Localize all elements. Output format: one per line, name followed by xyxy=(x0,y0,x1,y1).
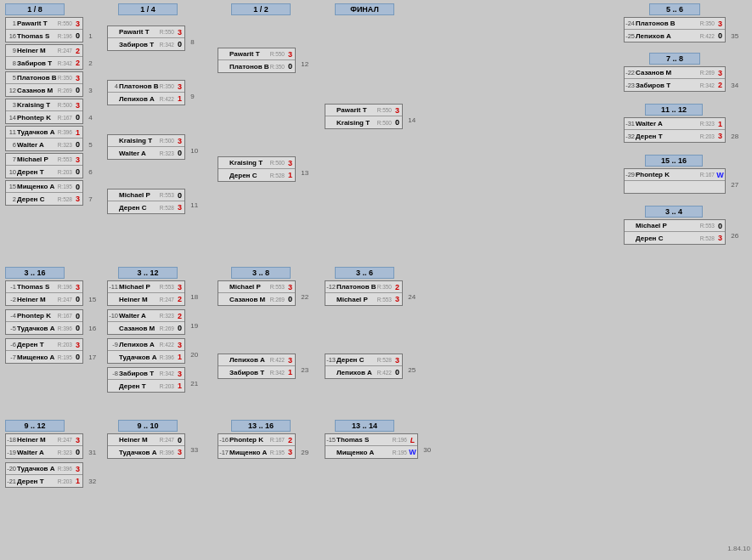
player-row: Лепихов А R:422 0 xyxy=(325,366,402,378)
score: 0 xyxy=(175,436,184,444)
player-name: Тудачков А xyxy=(17,325,57,332)
rating: R:323 xyxy=(160,150,174,156)
rating: R:396 xyxy=(160,354,174,360)
score: 3 xyxy=(286,448,295,456)
player-row: Pawarit T R:550 3 xyxy=(108,26,184,38)
player-name: Michael P xyxy=(119,283,159,291)
match-number: 4 xyxy=(87,113,93,122)
seed: -1 xyxy=(6,283,17,291)
rating: R:203 xyxy=(160,383,174,389)
score: 3 xyxy=(175,341,184,349)
match-33: Heiner M R:247 0 Тудачков А R:396 3 xyxy=(107,433,185,459)
player-row: 15 Мищенко А R:195 0 xyxy=(6,181,82,193)
match-29-wrapper: -16 Phontep K R:167 2 -17 Мищенко А R:19… xyxy=(218,433,310,459)
rating: R:396 xyxy=(58,325,72,331)
player-name: Heiner M xyxy=(119,436,159,444)
sf-header: 1 / 2 xyxy=(231,3,291,15)
rating: R:195 xyxy=(393,450,407,455)
match-3-wrapper: 5 Платонов В R:350 3 12 Сазанов М R:269 … xyxy=(5,71,94,97)
match-number: 2 xyxy=(87,59,93,68)
score: 2 xyxy=(715,81,725,89)
match-14-wrapper: Pawarit T R:550 3 Kraising T R:500 0 14 xyxy=(325,104,417,129)
score: 3 xyxy=(73,465,82,473)
match-8-wrapper: Pawarit T R:550 3 Забиров Т R:342 0 8 xyxy=(107,25,196,51)
score: 0 xyxy=(175,191,184,200)
player-row: Тудачков А R:396 3 xyxy=(108,446,184,458)
score: 0 xyxy=(286,295,295,303)
player-name: Pawarit T xyxy=(336,106,376,114)
rating: R:528 xyxy=(377,357,392,363)
rating: R:500 xyxy=(160,138,174,144)
rating: R:350 xyxy=(160,83,174,89)
score: 3 xyxy=(73,283,82,291)
rating: R:350 xyxy=(377,284,392,290)
rating: R:553 xyxy=(160,192,174,198)
player-name: Мищенко А xyxy=(336,449,392,456)
player-name: Лепихов А xyxy=(636,32,699,40)
player-row: 9 Heiner M R:247 2 xyxy=(6,45,82,57)
rating: R:167 xyxy=(58,313,72,319)
rating: R:195 xyxy=(58,354,72,360)
seed: 11 xyxy=(6,128,17,136)
match-10-wrapper: Kraising T R:500 3 Walter A R:323 0 10 xyxy=(107,134,200,160)
r16-header: 1 / 8 xyxy=(5,3,65,15)
player-row: 2 Дерен С R:528 3 xyxy=(6,193,82,205)
player-row: Michael P R:553 0 xyxy=(108,189,184,201)
rating: R:422 xyxy=(160,342,174,348)
score: 3 xyxy=(73,101,82,110)
match-number: 34 xyxy=(729,81,740,90)
player-name: Тудачков А xyxy=(17,465,57,472)
player-row: Дерен С R:528 3 xyxy=(625,232,725,244)
score: 0 xyxy=(715,222,725,230)
rating: R:269 xyxy=(270,297,285,303)
seed: -22 xyxy=(625,69,636,76)
rating: R:342 xyxy=(160,371,174,376)
match-number: 16 xyxy=(87,324,98,333)
seed: 2 xyxy=(6,195,17,203)
player-name: Kraising T xyxy=(229,159,269,167)
match-12: Pawarit T R:550 3 Платонов В R:350 0 xyxy=(218,48,296,73)
r1314-header: 13 .. 14 xyxy=(335,420,394,432)
r38-header-wrapper: 3 .. 8 xyxy=(231,267,291,281)
player-name: Лепихов А xyxy=(229,356,269,364)
match-7: 15 Мищенко А R:195 0 2 Дерен С R:528 3 xyxy=(5,180,83,206)
player-name: Heiner M xyxy=(17,296,57,303)
match-30: -15 Thomas S R:196 L Мищенко А R:195 W xyxy=(325,433,418,459)
player-row: -10 Walter A R:323 2 xyxy=(108,310,184,322)
match-35-wrapper: -24 Платонов В R:350 3 -25 Лепихов А R:4… xyxy=(624,17,740,42)
rating: R:195 xyxy=(58,184,72,189)
player-row: -21 Дерен Т R:203 1 xyxy=(6,475,82,487)
player-row: Мищенко А R:195 W xyxy=(325,446,417,458)
score: 0 xyxy=(73,167,82,176)
player-name: Phontep K xyxy=(17,312,57,320)
match-number: 12 xyxy=(299,59,310,69)
player-name: Thomas S xyxy=(17,32,57,40)
r34-header-wrapper: 3 .. 4 xyxy=(645,206,703,220)
seed: -10 xyxy=(108,312,119,320)
player-name: Платонов В xyxy=(119,82,159,90)
seed: 16 xyxy=(6,32,17,40)
match-number: 22 xyxy=(299,292,310,302)
player-row: -20 Тудачков А R:396 3 xyxy=(6,463,82,475)
player-row: -25 Лепихов А R:422 0 xyxy=(625,30,725,42)
match-number: 33 xyxy=(189,445,200,455)
seed: -8 xyxy=(108,370,119,377)
player-row xyxy=(625,181,725,193)
match-29: -16 Phontep K R:167 2 -17 Мищенко А R:19… xyxy=(218,433,296,459)
seed: -29 xyxy=(625,171,636,178)
match-24: -12 Платонов В R:350 2 Michael P R:553 3 xyxy=(325,280,403,306)
rating: R:269 xyxy=(700,70,715,76)
seed: -25 xyxy=(625,32,636,40)
rating: R:203 xyxy=(58,342,72,348)
player-name: Дерен С xyxy=(229,172,269,179)
seed: -9 xyxy=(108,341,119,348)
rating: R:422 xyxy=(160,96,174,102)
match-13: Kraising T R:500 3 Дерен С R:528 1 xyxy=(218,156,296,182)
match-12-wrapper: Pawarit T R:550 3 Платонов В R:350 0 12 xyxy=(218,48,310,73)
score: 0 xyxy=(73,448,82,456)
match-20: -9 Лепихов А R:422 3 Тудачков А R:396 1 xyxy=(107,338,185,364)
player-row: -18 Heiner M R:247 3 xyxy=(6,434,82,446)
player-row: -15 Thomas S R:196 L xyxy=(325,434,417,446)
player-name: Heiner M xyxy=(17,436,57,444)
match-26-wrapper: Michael P R:553 0 Дерен С R:528 3 26 xyxy=(624,219,740,245)
